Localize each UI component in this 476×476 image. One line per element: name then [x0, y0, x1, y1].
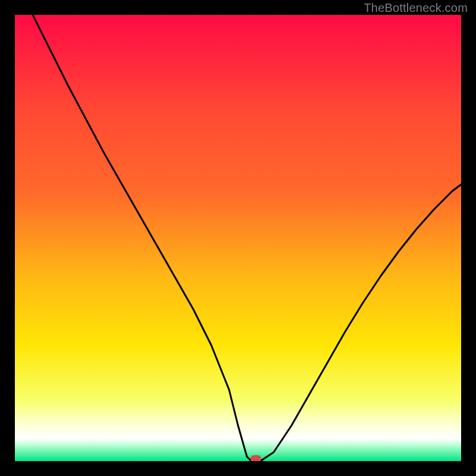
plot-area	[15, 15, 461, 461]
watermark-text: TheBottleneck.com	[364, 1, 468, 15]
gradient-background	[15, 15, 461, 461]
optimal-point-marker	[250, 455, 261, 461]
chart-frame: TheBottleneck.com	[0, 0, 476, 476]
bottleneck-chart	[15, 15, 461, 461]
